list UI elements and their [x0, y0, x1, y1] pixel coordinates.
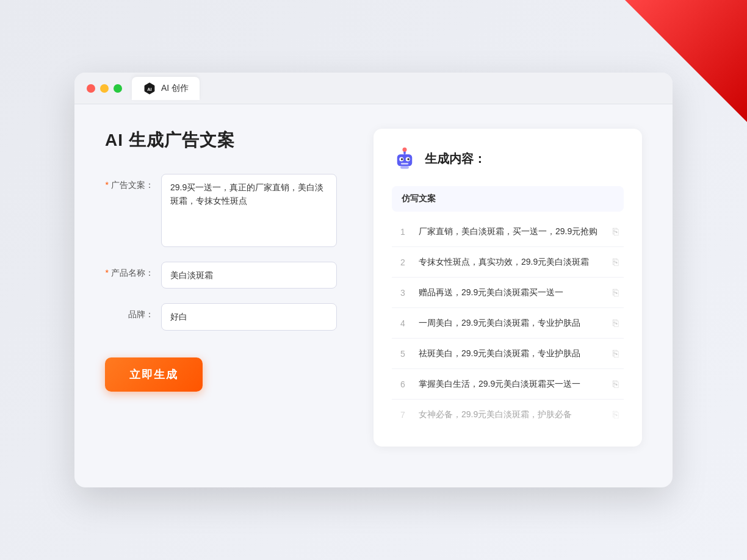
required-star-2: * [106, 268, 109, 278]
title-bar: AI AI 创作 [74, 73, 673, 104]
item-text: 专抹女性斑点，真实功效，29.9元美白淡斑霜 [419, 256, 603, 268]
minimize-button[interactable] [100, 84, 109, 93]
page-title: AI 生成广告文案 [105, 129, 337, 152]
svg-point-6 [401, 158, 403, 160]
item-number: 5 [397, 349, 409, 359]
product-label: *产品名称： [105, 262, 154, 279]
svg-rect-9 [400, 166, 409, 168]
item-number: 6 [397, 379, 409, 389]
item-number: 1 [397, 227, 409, 237]
tab-ai-create[interactable]: AI AI 创作 [132, 77, 200, 100]
item-text: 赠品再送，29.9元美白淡斑霜买一送一 [419, 286, 603, 299]
copy-icon[interactable]: ⎘ [613, 226, 619, 237]
item-text: 厂家直销，美白淡斑霜，买一送一，29.9元抢购 [419, 225, 603, 238]
close-button[interactable] [87, 84, 95, 93]
list-item: 5 祛斑美白，29.9元美白淡斑霜，专业护肤品 ⎘ [392, 339, 624, 369]
brand-input[interactable] [161, 303, 337, 330]
item-text: 女神必备，29.9元美白淡斑霜，护肤必备 [419, 408, 603, 421]
main-content: AI 生成广告文案 *广告文案： 29.9买一送一，真正的厂家直销，美白淡斑霜，… [74, 104, 673, 471]
item-number: 7 [397, 410, 409, 420]
svg-point-7 [407, 158, 410, 160]
tab-label: AI 创作 [161, 83, 189, 94]
generate-button[interactable]: 立即生成 [105, 357, 203, 392]
list-item: 6 掌握美白生活，29.9元美白淡斑霜买一送一 ⎘ [392, 369, 624, 400]
brand-label: 品牌： [105, 303, 154, 320]
right-panel: 生成内容： 仿写文案 1 厂家直销，美白淡斑霜，买一送一，29.9元抢购 ⎘ 2… [374, 129, 642, 447]
item-text: 祛斑美白，29.9元美白淡斑霜，专业护肤品 [419, 347, 603, 360]
required-star: * [106, 180, 109, 190]
copy-icon[interactable]: ⎘ [613, 348, 619, 359]
product-name-input[interactable] [161, 262, 337, 289]
list-item: 2 专抹女性斑点，真实功效，29.9元美白淡斑霜 ⎘ [392, 247, 624, 278]
ai-tab-icon: AI [143, 82, 156, 95]
maximize-button[interactable] [114, 84, 122, 93]
list-item: 4 一周美白，29.9元美白淡斑霜，专业护肤品 ⎘ [392, 308, 624, 339]
result-table-header: 仿写文案 [392, 186, 624, 212]
item-number: 3 [397, 288, 409, 298]
ad-copy-label: *广告文案： [105, 174, 154, 191]
copy-icon[interactable]: ⎘ [613, 318, 619, 329]
form-row-brand: 品牌： [105, 303, 337, 330]
list-item: 7 女神必备，29.9元美白淡斑霜，护肤必备 ⎘ [392, 400, 624, 429]
traffic-lights [87, 84, 122, 93]
form-row-product: *产品名称： [105, 262, 337, 289]
app-window: AI AI 创作 AI 生成广告文案 *广告文案： 29.9买一送一，真正的厂家… [74, 73, 673, 487]
copy-icon[interactable]: ⎘ [613, 287, 619, 298]
item-number: 4 [397, 318, 409, 328]
result-header: 生成内容： [392, 146, 624, 171]
item-text: 一周美白，29.9元美白淡斑霜，专业护肤品 [419, 317, 603, 329]
robot-icon [392, 146, 417, 171]
copy-icon[interactable]: ⎘ [613, 409, 619, 420]
item-text: 掌握美白生活，29.9元美白淡斑霜买一送一 [419, 378, 603, 390]
list-item: 1 厂家直销，美白淡斑霜，买一送一，29.9元抢购 ⎘ [392, 217, 624, 247]
left-panel: AI 生成广告文案 *广告文案： 29.9买一送一，真正的厂家直销，美白淡斑霜，… [105, 129, 337, 447]
ad-copy-textarea[interactable]: 29.9买一送一，真正的厂家直销，美白淡斑霜，专抹女性斑点 [161, 174, 337, 247]
copy-icon[interactable]: ⎘ [613, 257, 619, 268]
result-title: 生成内容： [425, 151, 486, 167]
svg-rect-8 [401, 163, 408, 165]
svg-point-3 [403, 148, 407, 152]
svg-text:AI: AI [147, 86, 151, 92]
result-list: 1 厂家直销，美白淡斑霜，买一送一，29.9元抢购 ⎘ 2 专抹女性斑点，真实功… [392, 217, 624, 429]
copy-icon[interactable]: ⎘ [613, 379, 619, 390]
list-item: 3 赠品再送，29.9元美白淡斑霜买一送一 ⎘ [392, 278, 624, 308]
item-number: 2 [397, 257, 409, 267]
form-row-ad-copy: *广告文案： 29.9买一送一，真正的厂家直销，美白淡斑霜，专抹女性斑点 [105, 174, 337, 247]
